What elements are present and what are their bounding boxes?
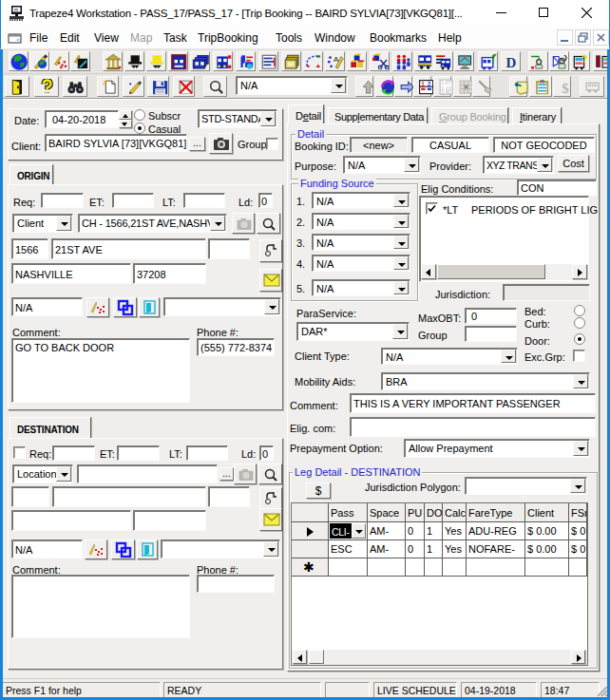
svg-text:?: ? (581, 54, 587, 65)
svg-text:D: D (505, 55, 516, 70)
svg-text:1:40: 1:40 (441, 89, 451, 95)
svg-text:2: 2 (428, 81, 431, 87)
svg-text:$: $ (562, 81, 569, 95)
svg-text:1: 1 (421, 81, 425, 87)
